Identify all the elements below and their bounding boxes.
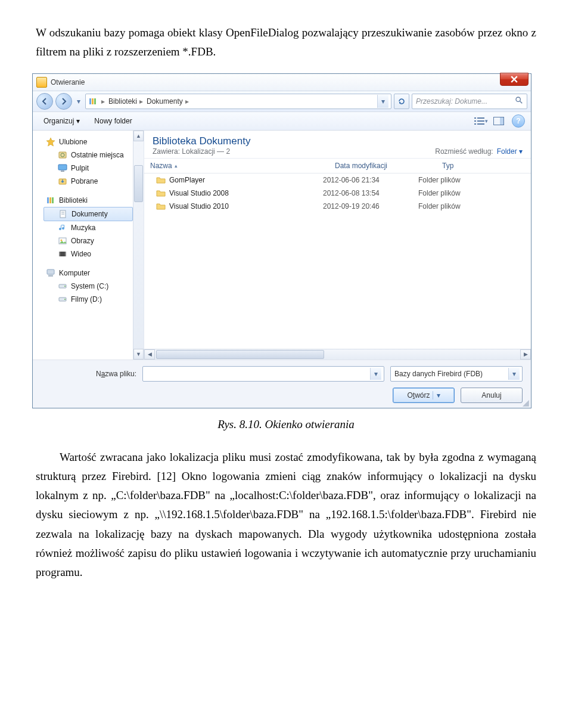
svg-rect-1	[92, 98, 94, 104]
tree-item-music[interactable]: Muzyka	[33, 221, 144, 234]
close-icon	[511, 76, 518, 83]
svg-point-3	[516, 97, 520, 101]
paragraph-top: W odszukaniu bazy pomaga obiekt klasy Op…	[36, 23, 536, 62]
col-type[interactable]: Typ	[436, 162, 531, 170]
drive-icon	[58, 281, 67, 291]
folder-icon	[156, 175, 166, 185]
cancel-button[interactable]: Anuluj	[461, 388, 523, 403]
sort-value-link[interactable]: Folder ▾	[497, 147, 523, 156]
star-icon	[46, 137, 55, 147]
app-icon	[36, 77, 47, 88]
view-mode-button[interactable]: ▾	[472, 114, 489, 128]
library-title: Biblioteka Dokumenty	[153, 135, 250, 147]
breadcrumb-drop[interactable]: ▾	[377, 95, 388, 108]
downloads-icon	[58, 176, 67, 186]
breadcrumb[interactable]: ▸ Biblioteki ▸ Dokumenty ▸ ▾	[85, 94, 391, 109]
nav-history-drop[interactable]: ▾	[74, 95, 83, 108]
tree-scrollbar[interactable]: ▲ ▼	[133, 131, 144, 360]
search-placeholder: Przeszukaj: Dokume...	[416, 97, 487, 106]
list-item[interactable]: Visual Studio 2010 2012-09-19 20:46 Fold…	[144, 200, 531, 213]
filename-input[interactable]: ▾	[142, 366, 384, 382]
resize-grip-icon[interactable]: ◢	[523, 399, 530, 407]
scroll-right-icon[interactable]: ▶	[520, 349, 531, 360]
refresh-button[interactable]	[394, 94, 409, 109]
computer-icon	[46, 268, 55, 278]
search-input[interactable]: Przeszukaj: Dokume...	[412, 94, 527, 109]
libraries-icon	[46, 196, 55, 205]
svg-rect-18	[47, 197, 49, 203]
svg-rect-27	[59, 252, 60, 256]
filetype-filter[interactable]: Bazy danych Firebird (FDB) ▾	[390, 366, 523, 382]
scroll-down-icon[interactable]: ▼	[133, 349, 144, 360]
desktop-icon	[58, 163, 67, 173]
tree-libraries[interactable]: Biblioteki	[33, 194, 144, 207]
tree-item-drive-d[interactable]: Filmy (D:)	[33, 293, 144, 306]
breadcrumb-item[interactable]: Biblioteki ▸	[108, 97, 143, 106]
tree-favorites[interactable]: Ulubione	[33, 135, 144, 148]
preview-pane-icon	[493, 117, 504, 125]
open-button[interactable]: Otwórz ▾	[393, 388, 455, 403]
pictures-icon	[58, 236, 67, 246]
svg-rect-9	[474, 123, 476, 125]
list-item[interactable]: GomPlayer 2012-06-06 21:34 Folder plików	[144, 174, 531, 187]
new-folder-button[interactable]: Nowy folder	[89, 116, 136, 126]
svg-rect-5	[474, 117, 476, 119]
chevron-down-icon[interactable]: ▾	[508, 368, 520, 380]
svg-rect-0	[89, 98, 91, 104]
chevron-down-icon: ▾	[76, 117, 80, 125]
scroll-thumb[interactable]	[134, 165, 143, 202]
tree-item-desktop[interactable]: Pulpit	[33, 162, 144, 175]
svg-rect-8	[477, 120, 484, 122]
drive-icon	[58, 295, 67, 304]
paragraph-bottom: Wartość zwracana jako lokalizacja pliku …	[36, 448, 536, 583]
scroll-up-icon[interactable]: ▲	[133, 131, 144, 141]
svg-rect-15	[58, 165, 67, 170]
tree-item-recent[interactable]: Ostatnie miejsca	[33, 148, 144, 162]
chevron-down-icon[interactable]: ▾	[433, 391, 440, 399]
file-list: GomPlayer 2012-06-06 21:34 Folder plików…	[144, 174, 531, 349]
tree-item-video[interactable]: Wideo	[33, 247, 144, 261]
arrow-left-icon	[40, 97, 49, 106]
scroll-thumb[interactable]	[156, 350, 324, 359]
organize-button[interactable]: Organizuj ▾	[39, 116, 85, 126]
chevron-down-icon[interactable]: ▾	[370, 368, 381, 380]
breadcrumb-sep-icon: ▸	[101, 97, 105, 106]
tree-item-documents[interactable]: Dokumenty	[43, 207, 133, 221]
titlebar: Otwieranie	[33, 74, 531, 91]
tree-item-drive-c[interactable]: System (C:)	[33, 280, 144, 293]
library-subtitle: Zawiera: Lokalizacji — 2	[153, 147, 250, 156]
music-icon	[58, 223, 67, 233]
filename-label: Nazwa pliku:	[41, 370, 136, 378]
tree-item-downloads[interactable]: Pobrane	[33, 175, 144, 188]
sort-asc-icon: ▴	[175, 163, 178, 169]
tree-computer[interactable]: Komputer	[33, 267, 144, 280]
help-button[interactable]: ?	[512, 114, 525, 128]
svg-rect-7	[474, 120, 476, 122]
forward-button[interactable]	[55, 93, 72, 110]
col-name[interactable]: Nazwa ▴	[144, 162, 329, 170]
col-date[interactable]: Data modyfikacji	[329, 162, 436, 170]
close-button[interactable]	[500, 73, 529, 86]
svg-rect-30	[48, 275, 53, 277]
nav-bar: ▾ ▸ Biblioteki ▸ Dokumenty ▸ ▾ Przeszuka…	[33, 91, 531, 112]
horizontal-scrollbar[interactable]: ◀ ▶	[144, 349, 531, 360]
back-button[interactable]	[36, 93, 53, 110]
breadcrumb-item[interactable]: Dokumenty ▸	[147, 97, 189, 106]
svg-rect-28	[65, 252, 66, 256]
documents-icon	[58, 209, 68, 219]
svg-rect-16	[61, 171, 64, 172]
svg-rect-10	[477, 123, 484, 125]
column-headers[interactable]: Nazwa ▴ Data modyfikacji Typ	[144, 159, 531, 174]
svg-rect-6	[477, 117, 484, 119]
scroll-left-icon[interactable]: ◀	[144, 349, 155, 360]
preview-pane-button[interactable]	[490, 114, 507, 128]
svg-point-34	[64, 299, 66, 300]
libraries-icon	[88, 97, 98, 106]
tree-item-pictures[interactable]: Obrazy	[33, 234, 144, 247]
recent-icon	[58, 150, 67, 160]
list-item[interactable]: Visual Studio 2008 2012-06-08 13:54 Fold…	[144, 187, 531, 200]
svg-rect-19	[49, 197, 51, 203]
video-icon	[58, 249, 67, 259]
svg-rect-12	[500, 117, 503, 125]
svg-rect-2	[94, 98, 96, 104]
